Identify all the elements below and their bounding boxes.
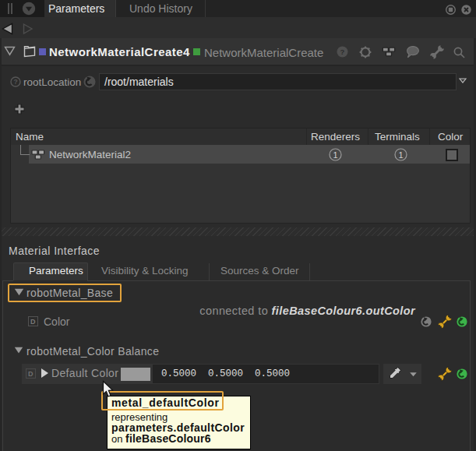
svg-text:1: 1 <box>398 150 403 160</box>
svg-text:?: ? <box>13 78 17 86</box>
svg-text:1: 1 <box>333 150 337 160</box>
svg-text:?: ? <box>340 48 345 56</box>
